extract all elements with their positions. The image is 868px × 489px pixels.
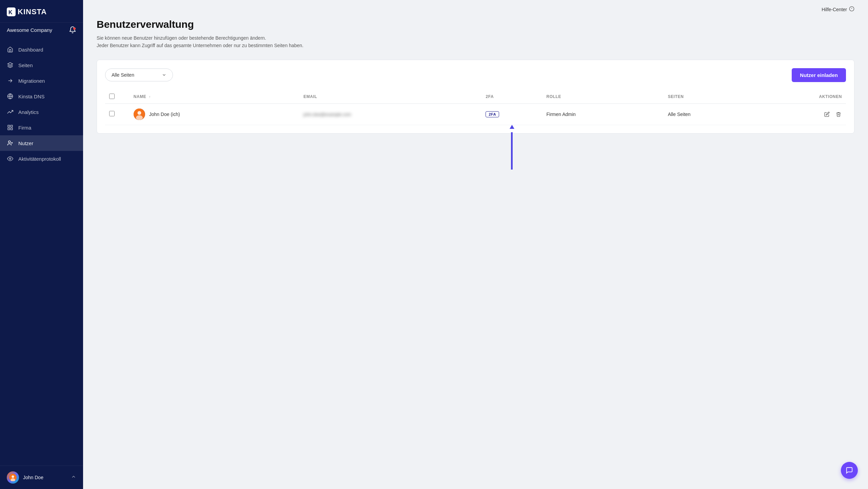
chat-button[interactable] (841, 462, 858, 479)
sidebar: K KINSTA Awesome Company Dashboard (0, 0, 83, 489)
select-all-checkbox[interactable] (109, 94, 115, 99)
svg-point-22 (137, 111, 141, 115)
svg-rect-8 (11, 125, 13, 127)
page-filter-dropdown[interactable]: Alle Seiten (105, 69, 173, 81)
sidebar-item-migrationen[interactable]: Migrationen (0, 73, 83, 89)
page-subtitle: Sie können neue Benutzer hinzufügen oder… (97, 34, 854, 50)
user-cell: John Doe (ich) (134, 109, 295, 120)
users-card: Alle Seiten Nutzer einladen NAME ↑ (97, 60, 854, 134)
sidebar-item-analytics[interactable]: Analytics (0, 104, 83, 120)
arrow-head-icon (510, 125, 514, 132)
sidebar-item-label: Seiten (18, 62, 33, 68)
main-content: Hilfe-Center Benutzerverwaltung Sie könn… (83, 0, 868, 489)
svg-point-14 (9, 158, 11, 160)
page-content: Benutzerverwaltung Sie können neue Benut… (83, 19, 868, 489)
svg-rect-9 (11, 128, 13, 130)
invite-user-button[interactable]: Nutzer einladen (792, 68, 846, 82)
sidebar-item-label: Aktivitätenprotokoll (18, 156, 61, 162)
company-name: Awesome Company (7, 27, 52, 33)
svg-rect-10 (8, 128, 9, 130)
filter-label: Alle Seiten (112, 72, 134, 78)
action-icons (789, 111, 842, 118)
sidebar-item-seiten[interactable]: Seiten (0, 57, 83, 73)
sidebar-item-aktivitaetsprotokoll[interactable]: Aktivitätenprotokoll (0, 151, 83, 167)
svg-point-11 (8, 141, 11, 143)
sidebar-item-label: Kinsta DNS (18, 94, 45, 99)
topbar: Hilfe-Center (83, 0, 868, 19)
svg-marker-3 (8, 63, 13, 65)
col-header-2fa: 2FA (486, 94, 494, 99)
edit-icon[interactable] (824, 111, 830, 118)
kinsta-logo: K KINSTA (7, 7, 47, 16)
help-center-link[interactable]: Hilfe-Center (822, 6, 854, 13)
info-icon (849, 6, 854, 13)
sidebar-item-nutzer[interactable]: Nutzer (0, 135, 83, 151)
sidebar-item-label: Firma (18, 125, 31, 131)
arrow-shaft (511, 132, 513, 170)
svg-point-16 (12, 475, 14, 478)
sidebar-company: Awesome Company (0, 23, 83, 39)
row-checkbox[interactable] (109, 111, 115, 116)
sidebar-item-dashboard[interactable]: Dashboard (0, 42, 83, 57)
nav-items: Dashboard Seiten Migrationen (0, 39, 83, 466)
svg-marker-24 (510, 125, 514, 129)
col-header-rolle: ROLLE (546, 94, 561, 99)
twofa-badge: 2FA (486, 111, 499, 117)
sidebar-item-label: Analytics (18, 109, 39, 115)
avatar (7, 471, 19, 484)
svg-rect-7 (8, 125, 9, 127)
user-rolle: Firmen Admin (546, 112, 575, 117)
col-header-name: NAME ↑ (134, 94, 151, 99)
col-header-email: EMAIL (303, 94, 317, 99)
activity-log-icon (7, 155, 14, 162)
sidebar-item-label: Dashboard (18, 47, 43, 53)
user-avatar (134, 109, 145, 120)
sidebar-item-label: Nutzer (18, 140, 33, 146)
svg-point-23 (136, 115, 143, 120)
users-table: NAME ↑ EMAIL 2FA ROLLE SEITEN (105, 90, 846, 125)
table-row: John Doe (ich) john.doe@example.com 2FA (105, 103, 846, 125)
footer-username: John Doe (23, 475, 43, 480)
user-email: john.doe@example.com (303, 112, 351, 117)
kinsta-logo-text: KINSTA (18, 7, 47, 16)
svg-point-2 (73, 27, 76, 30)
chevron-up-icon (71, 474, 76, 481)
footer-user: John Doe (7, 471, 43, 484)
dns-icon (7, 93, 14, 100)
analytics-icon (7, 109, 14, 115)
delete-icon[interactable] (835, 111, 842, 118)
sidebar-item-label: Migrationen (18, 78, 45, 84)
sidebar-footer[interactable]: John Doe (0, 466, 83, 489)
layers-icon (7, 62, 14, 69)
sidebar-item-firma[interactable]: Firma (0, 120, 83, 135)
home-icon (7, 46, 14, 53)
user-seiten: Alle Seiten (668, 112, 691, 117)
migration-icon (7, 77, 14, 84)
card-toolbar: Alle Seiten Nutzer einladen (105, 68, 846, 82)
chevron-down-icon (162, 73, 166, 77)
sidebar-header: K KINSTA (0, 0, 83, 23)
svg-text:K: K (8, 9, 13, 15)
arrow-annotation (510, 125, 514, 170)
page-title: Benutzerverwaltung (97, 19, 854, 30)
notification-bell-icon[interactable] (69, 26, 76, 34)
col-header-seiten: SEITEN (668, 94, 684, 99)
sidebar-item-kinsta-dns[interactable]: Kinsta DNS (0, 89, 83, 104)
company-icon (7, 124, 14, 131)
user-name: John Doe (ich) (149, 112, 180, 117)
kinsta-logo-icon: K (7, 7, 16, 16)
col-header-aktionen: AKTIONEN (819, 94, 842, 99)
help-center-label: Hilfe-Center (822, 7, 847, 12)
user-plus-icon (7, 140, 14, 146)
